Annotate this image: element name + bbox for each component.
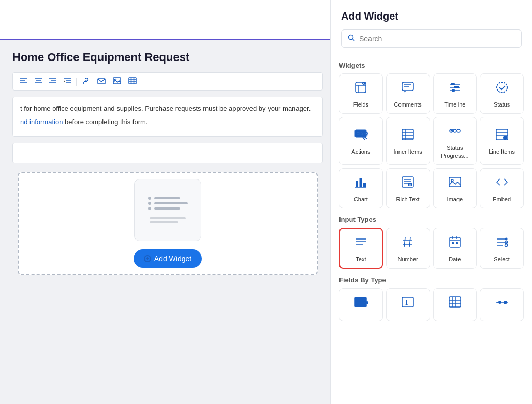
widget-item-connection[interactable]: [480, 288, 524, 321]
align-left-btn[interactable]: [18, 77, 29, 87]
widget-item-manual[interactable]: MANUAL: [339, 288, 383, 321]
chart-label: Chart: [354, 196, 368, 203]
form-content: Home Office Equipment Request: [0, 40, 330, 286]
preview-lines: [148, 197, 188, 210]
widget-item-comments[interactable]: Comments: [386, 73, 430, 114]
chart-icon: [353, 175, 368, 191]
form-text-area: t for home office equipment and supplies…: [12, 97, 323, 137]
fields-by-type-section-label: Fields By Type: [339, 269, 524, 288]
widget-item-formula[interactable]: [433, 288, 477, 321]
svg-rect-37: [451, 83, 455, 85]
align-right-btn[interactable]: [47, 77, 58, 87]
manual-icon: MANUAL: [353, 295, 368, 311]
svg-rect-86: [456, 242, 458, 244]
top-bar: [0, 0, 330, 40]
select-icon: [495, 235, 509, 251]
form-link-suffix: before completing this form.: [65, 118, 147, 126]
timeline-icon: [448, 80, 462, 97]
svg-point-23: [349, 35, 353, 40]
input-types-grid: Text Number: [339, 228, 524, 269]
widget-item-status[interactable]: Status: [480, 73, 524, 114]
input-types-section-label: Input Types: [339, 208, 524, 228]
widget-item-date[interactable]: Date: [433, 228, 477, 269]
link-btn[interactable]: [80, 77, 92, 87]
preview-text-lines: [150, 217, 186, 223]
rich-text-label: Rich Text: [396, 196, 420, 203]
connection-icon: [495, 295, 509, 311]
image-btn[interactable]: [111, 76, 123, 87]
fields-icon: [353, 80, 368, 97]
rich-text-icon: [401, 175, 415, 191]
image-icon: [448, 175, 462, 191]
widget-item-inner-items[interactable]: Inner Items: [386, 117, 430, 165]
embed-icon: [495, 175, 509, 191]
add-widget-button[interactable]: Add Widget: [134, 249, 202, 268]
toolbar-divider-1: [76, 78, 77, 86]
left-panel: Home Office Equipment Request: [0, 0, 330, 404]
widget-preview-card: [134, 179, 201, 241]
align-center-btn[interactable]: [33, 77, 44, 87]
search-input[interactable]: [359, 35, 515, 43]
form-description-link: nd information before completing this fo…: [20, 117, 315, 127]
indent-btn[interactable]: [62, 77, 73, 87]
svg-text:ACTION: ACTION: [357, 132, 368, 136]
svg-point-55: [450, 130, 452, 132]
widgets-section-label: Widgets: [339, 54, 524, 73]
inner-items-icon: [401, 127, 415, 144]
widget-item-line-items[interactable]: 2 Line Items: [480, 117, 524, 165]
actions-icon: ACTION: [353, 127, 368, 144]
widget-item-actions[interactable]: ACTION Actions: [339, 117, 383, 165]
widget-item-embed[interactable]: Embed: [480, 168, 524, 208]
svg-rect-39: [452, 89, 455, 92]
svg-text:MANUAL: MANUAL: [356, 301, 368, 304]
embed-label: Embed: [493, 196, 511, 203]
select-label: Select: [494, 256, 510, 263]
svg-point-51: [453, 129, 456, 132]
svg-rect-31: [402, 82, 413, 91]
widget-item-chart[interactable]: Chart: [339, 168, 383, 208]
widget-item-status-progress[interactable]: Status Progress...: [433, 117, 477, 165]
widget-item-number[interactable]: Number: [386, 228, 430, 269]
widget-item-timeline[interactable]: Timeline: [433, 73, 477, 114]
svg-point-40: [497, 82, 507, 93]
svg-point-104: [498, 301, 501, 304]
image-label: Image: [447, 196, 463, 203]
widget-item-text-field[interactable]: I: [386, 288, 430, 321]
comments-icon: [401, 80, 415, 97]
email-btn[interactable]: [95, 77, 108, 87]
panel-title: Add Widget: [341, 10, 522, 22]
date-label: Date: [449, 256, 461, 263]
widget-drop-area: Add Widget: [18, 172, 318, 275]
text-icon: [353, 235, 368, 251]
search-box[interactable]: [341, 29, 522, 48]
widget-item-fields[interactable]: Fields: [339, 73, 383, 114]
inner-items-label: Inner Items: [394, 148, 422, 155]
svg-rect-72: [449, 177, 461, 187]
panel-header: Add Widget: [331, 0, 532, 54]
text-label: Text: [356, 256, 366, 263]
form-link[interactable]: nd information: [20, 118, 63, 126]
number-label: Number: [398, 256, 418, 263]
svg-rect-45: [402, 129, 413, 140]
svg-rect-81: [450, 237, 460, 247]
svg-text:I: I: [405, 298, 408, 306]
line-items-icon: 2: [495, 127, 509, 144]
widget-item-rich-text[interactable]: Rich Text: [386, 168, 430, 208]
number-icon: [401, 235, 415, 251]
table-btn[interactable]: [126, 76, 139, 87]
widget-item-image[interactable]: Image: [433, 168, 477, 208]
line-items-label: Line Items: [489, 148, 515, 155]
svg-rect-62: [360, 178, 362, 187]
search-icon: [348, 34, 355, 43]
formula-icon: [448, 295, 462, 311]
form-input-area[interactable]: [12, 143, 323, 163]
svg-line-77: [404, 237, 405, 247]
svg-rect-38: [454, 86, 459, 88]
svg-line-43: [363, 137, 365, 140]
status-progress-label: Status Progress...: [437, 144, 474, 159]
timeline-label: Timeline: [444, 101, 465, 108]
svg-rect-61: [356, 181, 358, 187]
widget-item-select[interactable]: Select: [480, 228, 524, 269]
widget-item-text[interactable]: Text: [339, 228, 383, 269]
form-description: t for home office equipment and supplies…: [20, 103, 315, 114]
